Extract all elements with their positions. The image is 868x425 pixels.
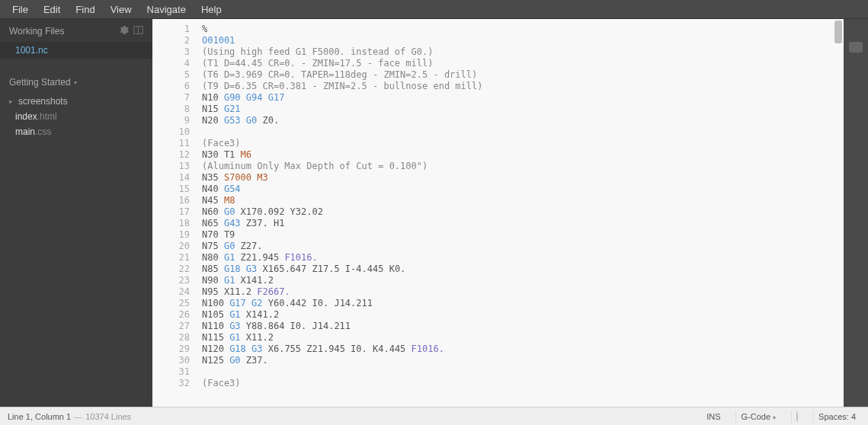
statusbar: Line 1, Column 1 — 10374 Lines INS G-Cod… — [0, 407, 868, 425]
line-number: 11 — [152, 138, 190, 149]
line-number: 19 — [152, 229, 190, 241]
code-line[interactable]: N75 G0 Z27. — [202, 241, 844, 252]
line-number: 5 — [152, 69, 190, 81]
line-number: 24 — [152, 286, 190, 298]
code-line[interactable]: (T6 D=3.969 CR=0. TAPER=118deg - ZMIN=2.… — [202, 69, 844, 81]
code-line[interactable]: (Face3) — [202, 378, 844, 389]
chevron-down-icon: ▾ — [773, 414, 776, 421]
code-line[interactable]: N45 M8 — [202, 195, 844, 206]
line-number: 16 — [152, 195, 190, 206]
split-view-icon[interactable] — [133, 25, 143, 37]
file-name: main.css — [15, 126, 51, 137]
code-line[interactable]: N80 G1 Z21.945 F1016. — [202, 252, 844, 264]
line-number: 26 — [152, 309, 190, 321]
folder-item[interactable]: ▸screenshots — [0, 94, 152, 109]
line-number: 29 — [152, 344, 190, 355]
line-number: 27 — [152, 321, 190, 332]
line-number: 20 — [152, 241, 190, 252]
menu-find[interactable]: Find — [68, 2, 102, 17]
line-number: 10 — [152, 126, 190, 138]
menu-help[interactable]: Help — [194, 2, 229, 17]
gear-icon[interactable] — [119, 25, 129, 37]
code-line[interactable]: (Using high feed G1 F5000. instead of G0… — [202, 46, 844, 58]
code-line[interactable]: N85 G18 G3 X165.647 Z17.5 I-4.445 K0. — [202, 264, 844, 275]
project-header[interactable]: Getting Started ▾ — [0, 69, 152, 92]
file-item[interactable]: index.html — [0, 109, 152, 124]
menu-edit[interactable]: Edit — [36, 2, 68, 17]
working-files-header: Working Files — [0, 19, 152, 42]
vertical-scrollbar[interactable] — [833, 19, 844, 407]
line-number: 6 — [152, 81, 190, 92]
code-area[interactable]: %O01001(Using high feed G1 F5000. instea… — [194, 19, 844, 407]
line-number: 14 — [152, 172, 190, 184]
sidebar: Working Files 1001.nc Getting Started ▾ … — [0, 19, 152, 407]
code-line[interactable]: (Face3) — [202, 138, 844, 149]
code-line[interactable]: N110 G3 Y88.864 I0. J14.211 — [202, 321, 844, 332]
line-number: 18 — [152, 218, 190, 229]
disclosure-triangle-icon[interactable]: ▸ — [9, 97, 15, 105]
menu-navigate[interactable]: Navigate — [139, 2, 194, 17]
line-number: 30 — [152, 355, 190, 366]
file-tree: ▸screenshotsindex.htmlmain.css — [0, 92, 152, 141]
cursor-position[interactable]: Line 1, Column 1 — [8, 412, 71, 421]
circle-icon — [796, 411, 798, 422]
code-line[interactable]: N15 G21 — [202, 104, 844, 115]
line-number: 7 — [152, 92, 190, 104]
lint-status[interactable] — [791, 411, 802, 423]
working-files-list: 1001.nc — [0, 42, 152, 59]
code-line[interactable]: N90 G1 X141.2 — [202, 275, 844, 286]
working-file-item[interactable]: 1001.nc — [0, 42, 152, 59]
line-number: 31 — [152, 366, 190, 378]
line-number: 32 — [152, 378, 190, 389]
line-number: 21 — [152, 252, 190, 264]
code-line[interactable]: N20 G53 G0 Z0. — [202, 115, 844, 126]
code-line[interactable]: N100 G17 G2 Y60.442 I0. J14.211 — [202, 298, 844, 309]
line-number: 22 — [152, 264, 190, 275]
code-line[interactable]: N70 T9 — [202, 229, 844, 241]
indent-mode[interactable]: Spaces: 4 — [813, 411, 860, 423]
chevron-down-icon: ▾ — [74, 79, 77, 86]
scrollbar-track — [833, 19, 844, 407]
line-number: 25 — [152, 298, 190, 309]
menu-view[interactable]: View — [103, 2, 139, 17]
code-line[interactable]: N105 G1 X141.2 — [202, 309, 844, 321]
line-number: 23 — [152, 275, 190, 286]
status-separator: — — [74, 412, 82, 421]
line-number: 3 — [152, 46, 190, 58]
extension-gutter — [844, 19, 868, 407]
code-line[interactable]: O01001 — [202, 35, 844, 46]
code-line[interactable]: N95 X11.2 F2667. — [202, 286, 844, 298]
code-line[interactable]: N10 G90 G94 G17 — [202, 92, 844, 104]
code-line[interactable]: (Aluminum Only Max Depth of Cut = 0.100"… — [202, 161, 844, 172]
file-item[interactable]: main.css — [0, 124, 152, 139]
folder-name: screenshots — [18, 96, 68, 107]
language-mode[interactable]: G-Code ▾ — [735, 411, 780, 423]
code-line[interactable]: N115 G1 X11.2 — [202, 332, 844, 344]
code-line[interactable]: N60 G0 X170.092 Y32.02 — [202, 206, 844, 218]
extension-icon[interactable] — [849, 42, 863, 53]
insert-mode[interactable]: INS — [702, 411, 725, 423]
line-number: 17 — [152, 206, 190, 218]
code-line[interactable]: N120 G18 G3 X6.755 Z21.945 I0. K4.445 F1… — [202, 344, 844, 355]
menubar: FileEditFindViewNavigateHelp — [0, 0, 868, 19]
code-line[interactable]: % — [202, 24, 844, 35]
line-number: 9 — [152, 115, 190, 126]
code-line[interactable]: N30 T1 M6 — [202, 149, 844, 161]
line-number: 13 — [152, 161, 190, 172]
scrollbar-thumb[interactable] — [834, 21, 842, 43]
main-area: Working Files 1001.nc Getting Started ▾ … — [0, 19, 868, 407]
code-line[interactable]: (T9 D=6.35 CR=0.381 - ZMIN=2.5 - bullnos… — [202, 81, 844, 92]
code-line[interactable] — [202, 366, 844, 378]
project-label: Getting Started — [9, 77, 71, 88]
code-line[interactable]: N40 G54 — [202, 184, 844, 195]
code-line[interactable]: N35 S7000 M3 — [202, 172, 844, 184]
code-line[interactable] — [202, 126, 844, 138]
line-number: 2 — [152, 35, 190, 46]
menu-file[interactable]: File — [5, 2, 36, 17]
code-line[interactable]: (T1 D=44.45 CR=0. - ZMIN=17.5 - face mil… — [202, 58, 844, 69]
editor[interactable]: 1234567891011121314151617181920212223242… — [152, 19, 844, 407]
code-line[interactable]: N125 G0 Z37. — [202, 355, 844, 366]
line-number: 12 — [152, 149, 190, 161]
code-line[interactable]: N65 G43 Z37. H1 — [202, 218, 844, 229]
line-count: 10374 Lines — [85, 412, 131, 421]
